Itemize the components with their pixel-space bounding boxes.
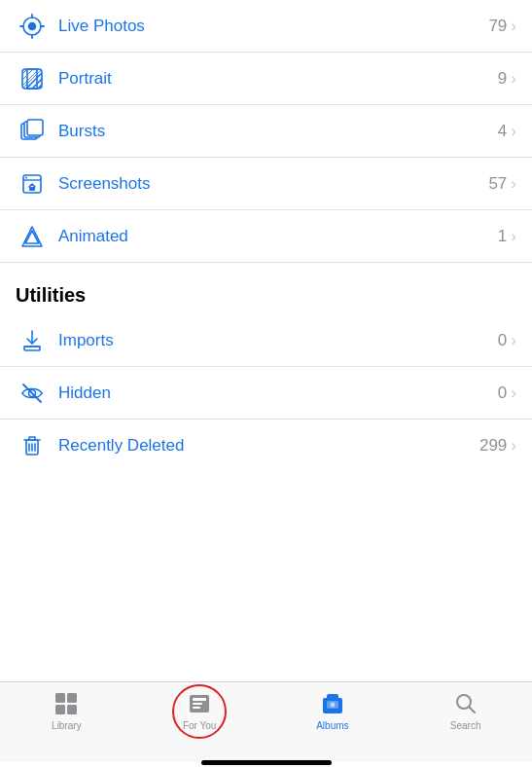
utilities-header-text: Utilities — [16, 284, 86, 306]
home-indicator — [0, 762, 532, 767]
svg-point-11 — [25, 176, 27, 178]
tab-library[interactable]: Library — [0, 690, 133, 731]
svg-rect-22 — [55, 693, 65, 703]
svg-rect-9 — [27, 120, 43, 135]
library-tab-label: Library — [52, 720, 82, 731]
recently-deleted-label: Recently Deleted — [49, 436, 479, 456]
imports-row[interactable]: Imports 0 › — [0, 314, 532, 367]
animated-icon — [16, 224, 49, 249]
svg-point-32 — [330, 703, 335, 708]
animated-label: Animated — [49, 227, 498, 246]
svg-rect-23 — [67, 693, 77, 703]
screenshots-label: Screenshots — [49, 174, 488, 194]
svg-rect-28 — [193, 703, 202, 705]
portrait-row[interactable]: Portrait 9 › — [0, 53, 532, 105]
screenshots-row[interactable]: Screenshots 57 › — [0, 158, 532, 210]
for-you-icon — [186, 690, 213, 717]
home-bar — [201, 760, 332, 765]
svg-rect-15 — [24, 347, 40, 350]
portrait-icon — [16, 66, 49, 91]
animated-chevron: › — [511, 227, 516, 246]
live-photos-chevron: › — [511, 17, 516, 36]
tab-bar: Library For You Albums — [0, 681, 532, 762]
tab-albums[interactable]: Albums — [266, 690, 400, 731]
hidden-chevron: › — [511, 384, 516, 403]
recently-deleted-row[interactable]: Recently Deleted 299 › — [0, 420, 532, 472]
screenshots-count: 57 — [488, 174, 507, 194]
live-photos-label: Live Photos — [49, 17, 488, 36]
portrait-chevron: › — [511, 69, 516, 89]
live-photos-icon — [16, 14, 49, 39]
albums-tab-label: Albums — [316, 720, 348, 731]
portrait-label: Portrait — [49, 69, 498, 89]
svg-rect-12 — [29, 187, 35, 191]
hidden-row[interactable]: Hidden 0 › — [0, 367, 532, 420]
tab-search[interactable]: Search — [399, 690, 532, 731]
bursts-row[interactable]: Bursts 4 › — [0, 105, 532, 158]
tab-for-you[interactable]: For You — [133, 690, 266, 731]
animated-row[interactable]: Animated 1 › — [0, 210, 532, 263]
portrait-count: 9 — [498, 69, 507, 89]
library-icon — [53, 690, 80, 717]
screenshots-chevron: › — [511, 174, 516, 194]
imports-label: Imports — [49, 331, 498, 350]
search-tab-label: Search — [450, 720, 481, 731]
svg-rect-27 — [193, 698, 206, 701]
utilities-section-header: Utilities — [0, 263, 532, 314]
svg-line-34 — [469, 708, 475, 713]
svg-line-17 — [23, 384, 41, 402]
recently-deleted-count: 299 — [479, 436, 507, 456]
imports-count: 0 — [498, 331, 507, 350]
imports-chevron: › — [511, 331, 516, 350]
live-photos-count: 79 — [488, 17, 507, 36]
bursts-label: Bursts — [49, 122, 498, 141]
hidden-count: 0 — [498, 384, 507, 403]
svg-rect-25 — [67, 705, 77, 714]
live-photos-row[interactable]: Live Photos 79 › — [0, 0, 532, 53]
trash-icon — [16, 433, 49, 458]
albums-icon — [319, 690, 346, 717]
svg-point-1 — [29, 22, 36, 29]
recently-deleted-chevron: › — [511, 436, 516, 456]
bursts-chevron: › — [511, 122, 516, 141]
animated-count: 1 — [498, 227, 507, 246]
hidden-icon — [16, 381, 49, 406]
screenshots-icon — [16, 171, 49, 197]
search-icon — [452, 690, 479, 717]
bursts-icon — [16, 119, 49, 144]
imports-icon — [16, 328, 49, 353]
svg-rect-24 — [55, 705, 65, 714]
svg-rect-29 — [193, 707, 200, 709]
hidden-label: Hidden — [49, 384, 498, 403]
for-you-tab-label: For You — [183, 720, 216, 731]
bursts-count: 4 — [498, 122, 507, 141]
